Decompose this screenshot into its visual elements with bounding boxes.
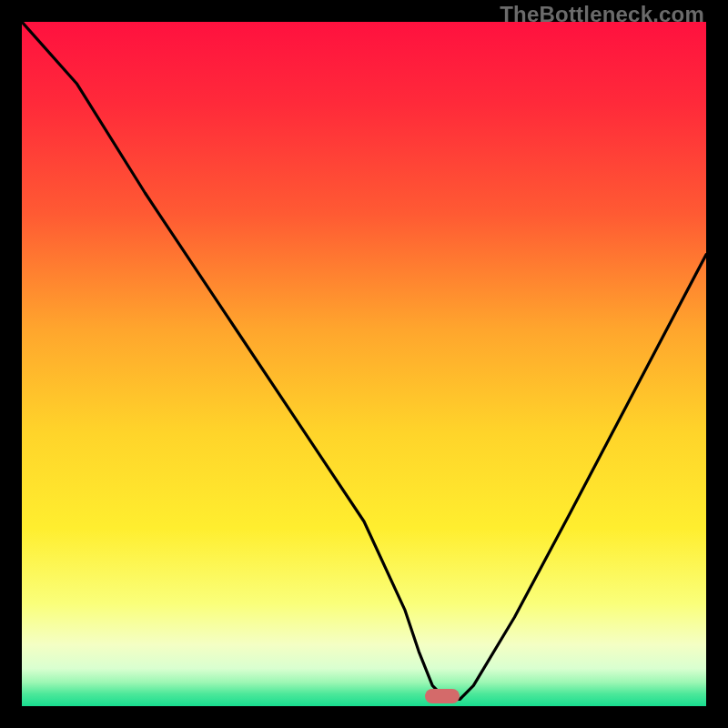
optimum-marker (425, 689, 460, 703)
watermark-text: TheBottleneck.com (500, 2, 704, 27)
bottleneck-curve (22, 22, 706, 706)
plot-area (22, 22, 706, 706)
chart-frame: TheBottleneck.com (0, 0, 728, 728)
